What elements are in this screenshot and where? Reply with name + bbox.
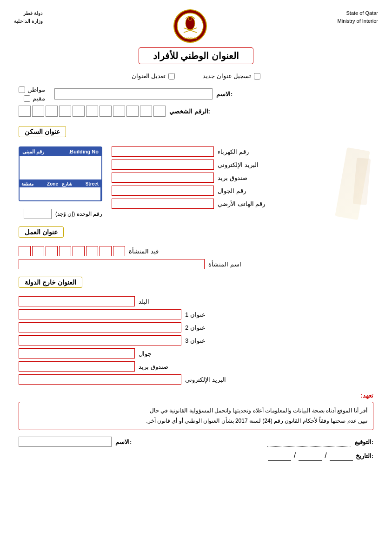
electricity-label: رقم الكهرباء	[218, 148, 249, 155]
zone-header: Zone منطقة	[20, 180, 60, 187]
residence-header: عنوان السكن	[19, 126, 373, 142]
foreign-email-input[interactable]	[19, 374, 181, 385]
qaid-box-2[interactable]	[46, 246, 58, 256]
edit-register-label[interactable]: تعديل العنوان	[132, 73, 175, 80]
header-left: State of Qatar Ministry of Interior	[338, 9, 378, 25]
residence-title: عنوان السكن	[19, 126, 66, 137]
address3-input[interactable]	[19, 335, 181, 345]
residence-fields: رقم الكهرباء البريد الإلكتروني صندوق بري…	[112, 146, 373, 212]
edit-register-checkbox[interactable]	[168, 73, 175, 80]
address3-label: عنوان 3	[185, 337, 206, 344]
new-register-checkbox[interactable]	[254, 73, 260, 80]
country-label: البلد	[139, 298, 149, 305]
foreign-mobile-label: جوال	[139, 350, 152, 357]
qatar-emblem: وزارة الداخلية	[173, 9, 207, 43]
establishment-name-row: اسم المنشأة	[19, 259, 373, 269]
qaid-box-1[interactable]	[32, 246, 44, 256]
resident-label[interactable]: مقيم	[24, 95, 45, 102]
signature-row: :التوقيع :التاريخ / / :الاسم	[14, 437, 378, 461]
address1-input[interactable]	[19, 309, 181, 319]
id-box-5[interactable]	[86, 106, 98, 117]
address3-row: عنوان 3	[19, 335, 373, 345]
foreign-pobox-row: صندوق بريد	[19, 361, 373, 372]
signature-field: :التوقيع	[267, 437, 373, 447]
date-label: :التاريخ	[356, 452, 373, 459]
id-box-4[interactable]	[73, 106, 85, 117]
name-input[interactable]	[54, 88, 213, 100]
residence-pobox-label: صندوق بريد	[218, 174, 247, 181]
ministry-name-ar: وزارة الداخلية	[14, 17, 43, 25]
id-box-0[interactable]	[19, 106, 31, 117]
register-options-row: تسجيل عنوان جديد تعديل العنوان	[14, 73, 378, 80]
unit-input[interactable]	[24, 209, 52, 219]
building-input[interactable]	[20, 156, 101, 179]
address1-label: عنوان 1	[185, 311, 206, 318]
citizen-checkbox[interactable]	[19, 86, 25, 93]
date-day[interactable]	[330, 451, 353, 461]
establishment-name-input[interactable]	[19, 259, 205, 269]
signature-label: :التوقيع	[355, 438, 373, 445]
residence-pobox-input[interactable]	[112, 173, 214, 183]
date-slash-2: /	[294, 452, 296, 460]
date-year[interactable]	[268, 451, 291, 461]
establishment-id-label: قيد المنشأة	[129, 248, 159, 255]
citizen-resident-group: مواطن مقيم	[19, 86, 45, 102]
svg-point-3	[188, 17, 192, 20]
pledge-text: أقر أنا الموقع أدناه بصحة البيانات والمع…	[19, 402, 373, 430]
id-box-2[interactable]	[46, 106, 58, 117]
pobox-row: صندوق بريد	[112, 173, 373, 183]
mobile-row: رقم الجوال	[112, 186, 373, 196]
qaid-box-6[interactable]	[100, 246, 112, 256]
id-box-9[interactable]	[140, 106, 152, 117]
id-box-8[interactable]	[126, 106, 139, 117]
residence-email-input[interactable]	[112, 159, 214, 170]
foreign-email-label: البريد الإلكتروني	[185, 376, 226, 383]
residence-mobile-input[interactable]	[112, 186, 214, 196]
id-box-3[interactable]	[59, 106, 71, 117]
date-month[interactable]	[299, 451, 322, 461]
header-right: دولة قطر وزارة الداخلية	[14, 9, 43, 25]
pledge-title: تعهد:	[19, 392, 373, 399]
new-register-label[interactable]: تسجيل عنوان جديد	[203, 73, 260, 80]
electricity-row: رقم الكهرباء	[112, 146, 373, 157]
foreign-section: العنوان خارج الدولة البلد عنوان 1 عنوان …	[14, 277, 378, 385]
address2-row: عنوان 2	[19, 322, 373, 332]
page-header: State of Qatar Ministry of Interior وزار…	[14, 9, 378, 43]
id-box-7[interactable]	[113, 106, 125, 117]
foreign-header: العنوان خارج الدولة	[19, 277, 373, 292]
qaid-box-5[interactable]	[86, 246, 98, 256]
svg-text:وزارة الداخلية: وزارة الداخلية	[184, 36, 197, 40]
sig-name-input[interactable]	[19, 437, 112, 447]
resident-checkbox[interactable]	[24, 95, 30, 102]
citizen-label[interactable]: مواطن	[19, 86, 45, 93]
state-name: State of Qatar	[338, 9, 378, 17]
foreign-pobox-input[interactable]	[19, 361, 135, 372]
country-input[interactable]	[19, 296, 135, 306]
address1-row: عنوان 1	[19, 309, 373, 319]
qaid-box-0[interactable]	[19, 246, 31, 256]
qaid-box-3[interactable]	[59, 246, 71, 256]
zone-input[interactable]	[20, 187, 60, 200]
signature-line[interactable]	[267, 437, 351, 447]
zone-en: Zone	[47, 181, 58, 186]
edit-register-text: تعديل العنوان	[132, 73, 166, 80]
foreign-pobox-label: صندوق بريد	[139, 363, 168, 370]
qaid-box-4[interactable]	[73, 246, 85, 256]
street-input[interactable]	[60, 187, 100, 200]
landline-input[interactable]	[112, 199, 214, 209]
id-box-6[interactable]	[100, 106, 112, 117]
sig-name-label: :الاسم	[115, 438, 132, 445]
electricity-input[interactable]	[112, 146, 214, 157]
id-box-1[interactable]	[32, 106, 44, 117]
establishment-id-row: قيد المنشأة	[19, 246, 373, 256]
address2-input[interactable]	[19, 322, 181, 332]
id-box-10[interactable]	[153, 106, 166, 117]
foreign-email-row: البريد الإلكتروني	[19, 374, 373, 385]
foreign-mobile-input[interactable]	[19, 348, 135, 359]
zone-section: Zone منطقة	[20, 180, 60, 200]
qaid-box-7[interactable]	[113, 246, 125, 256]
country-row: البلد	[19, 296, 373, 306]
sig-name-field: :الاسم	[19, 437, 132, 447]
pledge-section: تعهد: أقر أنا الموقع أدناه بصحة البيانات…	[19, 392, 373, 430]
id-label: :الرقم الشخصي	[169, 108, 210, 115]
